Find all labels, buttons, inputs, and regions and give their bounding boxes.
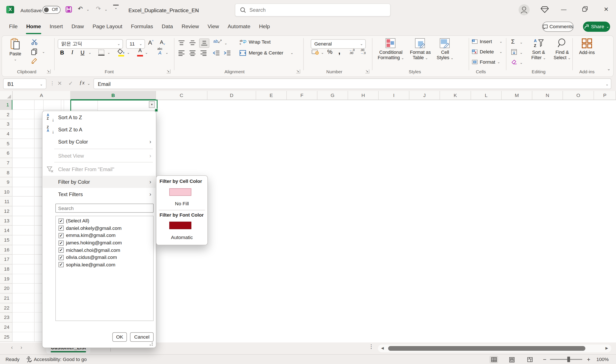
autosave-toggle[interactable]: Off [42, 6, 60, 14]
autosum-button[interactable]: Σ [511, 38, 515, 45]
column-filter-button[interactable]: ▾ [149, 101, 155, 108]
row-header-3[interactable]: 3 [0, 119, 13, 129]
menu-item-filter-by-color[interactable]: Filter by Color› [43, 176, 155, 188]
menu-item-sort-z-to-a[interactable]: ZA↓Sort Z to A [43, 124, 155, 136]
italic-button[interactable]: I [68, 48, 77, 57]
font-color-swatch[interactable] [169, 222, 192, 229]
quick-access-customize-icon[interactable]: ⌄ [113, 5, 119, 10]
row-header-12[interactable]: 12 [0, 206, 13, 216]
checkbox-checked-icon[interactable]: ✓ [59, 255, 64, 260]
percent-button[interactable]: % [327, 48, 333, 55]
row-header-22[interactable]: 22 [0, 303, 13, 313]
copy-button[interactable] [31, 48, 38, 57]
borders-button[interactable] [98, 49, 105, 58]
zoom-slider-track[interactable] [550, 359, 582, 360]
filter-value-item[interactable]: ✓emma.kim@gmail.com [56, 232, 153, 239]
merge-center-button[interactable]: Merge & Center ⌄ [239, 50, 293, 56]
cell-P9[interactable] [13, 178, 35, 187]
row-header-23[interactable]: 23 [0, 313, 13, 322]
ok-button[interactable]: OK [112, 332, 127, 342]
row-header-16[interactable]: 16 [0, 245, 13, 255]
view-page-layout-button[interactable] [507, 356, 516, 363]
filter-value-item[interactable]: ✓sophia.lee@gmail.com [56, 261, 153, 268]
column-header-E[interactable]: E [256, 91, 287, 100]
comma-style-button[interactable]: , [338, 47, 340, 56]
align-center-button[interactable] [189, 50, 196, 58]
tab-page-layout[interactable]: Page Layout [88, 19, 127, 35]
row-header-2[interactable]: 2 [0, 110, 13, 119]
sheet-nav-next-icon[interactable]: › [21, 344, 22, 350]
cell-P4[interactable] [13, 129, 35, 139]
font-color-button[interactable]: A [136, 47, 144, 57]
horizontal-scrollbar-thumb[interactable] [388, 346, 585, 351]
bold-button[interactable]: B [58, 48, 66, 57]
increase-indent-button[interactable] [223, 50, 231, 58]
select-all-corner[interactable] [0, 91, 13, 100]
row-header-1[interactable]: 1 [0, 100, 13, 110]
cell-P22[interactable] [13, 303, 35, 313]
row-header-7[interactable]: 7 [0, 158, 13, 168]
column-header-O[interactable]: O [563, 91, 594, 100]
fill-color-button[interactable] [117, 48, 125, 57]
accounting-chevron-icon[interactable]: ⌄ [321, 51, 324, 54]
sort-filter-button[interactable]: A Z Sort & Filter ⌄ [528, 38, 549, 61]
underline-chevron-icon[interactable]: ⌄ [88, 51, 91, 54]
column-header-H[interactable]: H [348, 91, 379, 100]
automatic-option[interactable]: Automatic [156, 234, 207, 241]
delete-cells-button[interactable]: x Delete ⌄ [472, 49, 502, 55]
decrease-font-button[interactable]: A˅ [160, 39, 165, 46]
cell-P20[interactable] [13, 284, 35, 294]
font-dialog-launcher[interactable]: ↘ [167, 69, 170, 73]
view-normal-button[interactable] [490, 356, 498, 363]
formula-input[interactable]: Email ⌄ [94, 78, 611, 89]
underline-button[interactable]: U [78, 48, 87, 57]
zoom-out-button[interactable]: − [543, 356, 546, 363]
zoom-level[interactable]: 100% [596, 357, 609, 362]
name-box[interactable]: B1 ⌄ [3, 78, 46, 89]
status-accessibility[interactable]: Accessibility: Good to go [34, 357, 87, 362]
row-header-21[interactable]: 21 [0, 294, 13, 303]
redo-icon[interactable]: ↷ [96, 5, 101, 12]
cell-P25[interactable] [13, 332, 35, 342]
cell-P18[interactable] [13, 264, 35, 274]
column-header-A[interactable]: A [13, 91, 71, 100]
cell-P19[interactable] [13, 274, 35, 284]
undo-icon[interactable]: ↶ [78, 5, 83, 12]
restore-button[interactable] [580, 5, 590, 14]
clear-chevron-icon[interactable]: ⌄ [520, 61, 523, 65]
align-left-button[interactable] [178, 50, 185, 58]
font-size-combo[interactable]: 11 ⌄ [126, 39, 145, 49]
view-page-break-button[interactable] [526, 356, 534, 363]
cell-P21[interactable] [13, 294, 35, 303]
wrap-text-button[interactable]: abc Wrap Text [239, 39, 271, 45]
checkbox-checked-icon[interactable]: ✓ [59, 247, 64, 253]
row-header-20[interactable]: 20 [0, 284, 13, 294]
tab-draw[interactable]: Draw [67, 19, 88, 35]
phonetic-guide-button[interactable]: abc A [155, 47, 165, 55]
menu-item-sheet-view[interactable]: Sheet View› [43, 150, 155, 162]
accounting-format-button[interactable] [312, 49, 320, 57]
format-as-table-button[interactable]: Format as Table ⌄ [408, 38, 433, 61]
sheet-nav-prev-icon[interactable]: ‹ [11, 344, 13, 350]
column-header-G[interactable]: G [317, 91, 348, 100]
filter-value-item[interactable]: ✓james.hoking@gmail.com [56, 239, 153, 247]
save-icon[interactable] [65, 6, 72, 13]
align-top-button[interactable] [178, 40, 185, 48]
cancel-button[interactable]: Cancel [130, 332, 154, 342]
column-header-B[interactable]: B [71, 91, 156, 100]
minimize-button[interactable]: — [559, 5, 569, 14]
phonetic-chevron-icon[interactable]: ⌄ [165, 51, 168, 54]
tab-home[interactable]: Home [22, 19, 45, 35]
row-header-11[interactable]: 11 [0, 197, 13, 206]
tab-help[interactable]: Help [255, 19, 274, 35]
column-header-J[interactable]: J [409, 91, 440, 100]
checkbox-checked-icon[interactable]: ✓ [59, 233, 64, 238]
comments-button[interactable]: Comments [542, 22, 574, 32]
cell-P10[interactable] [13, 187, 35, 197]
checkbox-checked-icon[interactable]: ✓ [59, 262, 64, 267]
alignment-dialog-launcher[interactable]: ↘ [296, 69, 300, 73]
addins-button[interactable]: Add-ins [575, 38, 599, 55]
row-header-18[interactable]: 18 [0, 264, 13, 274]
cell-P14[interactable] [13, 226, 35, 235]
cell-styles-button[interactable]: Cell Styles ⌄ [435, 38, 455, 61]
